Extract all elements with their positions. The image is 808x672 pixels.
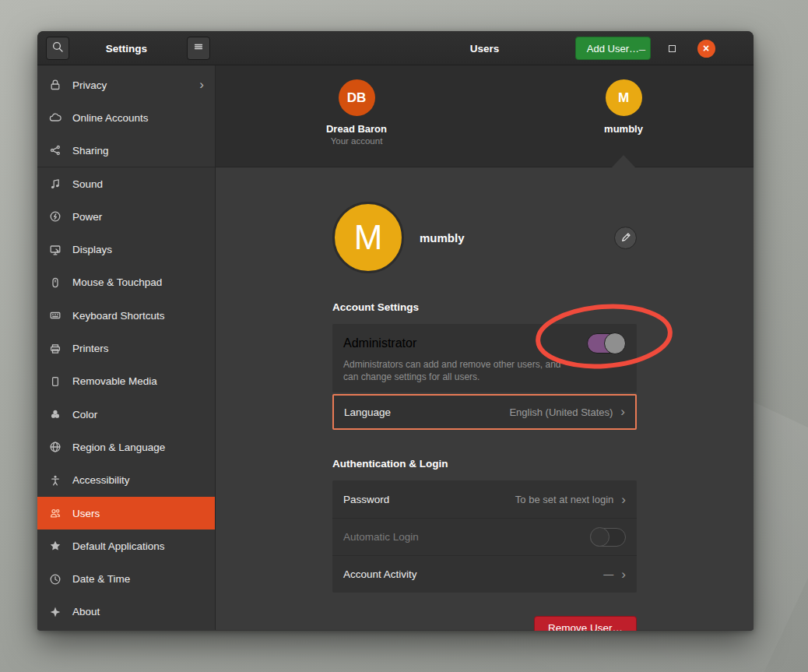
language-row[interactable]: Language English (United States) [332, 394, 637, 430]
removable-media-icon [49, 375, 61, 388]
sidebar-item-color[interactable]: Color [37, 398, 215, 431]
avatar: DB [339, 79, 375, 116]
user-detail-panel: M mumbly Account Settings Administrator [216, 167, 754, 631]
settings-window: Settings Users Add User… – × Privacy › [37, 31, 754, 631]
titlebar: Settings Users Add User… – × [37, 31, 754, 65]
sidebar-item-date-time[interactable]: Date & Time [37, 562, 215, 595]
clock-icon [49, 573, 61, 586]
selected-user-pointer [612, 155, 635, 167]
sidebar-item-default-applications[interactable]: Default Applications [37, 530, 215, 562]
sidebar-item-sharing[interactable]: Sharing [37, 135, 215, 167]
avatar: M [606, 79, 642, 116]
remove-user-button[interactable]: Remove User… [534, 616, 637, 631]
administrator-row[interactable]: Administrator Administrators can add and… [332, 324, 637, 392]
sidebar-item-region-language[interactable]: Region & Language [37, 431, 215, 463]
password-row[interactable]: Password To be set at next login [332, 480, 637, 518]
toggle-knob [604, 332, 626, 354]
automatic-login-label: Automatic Login [343, 531, 419, 543]
users-icon [49, 507, 61, 519]
keyboard-icon [49, 309, 61, 322]
menu-button[interactable] [187, 37, 210, 60]
sidebar-item-displays[interactable]: Displays [37, 233, 215, 266]
power-icon [49, 210, 61, 223]
maximize-button[interactable] [660, 31, 683, 65]
chevron-right-icon: › [199, 77, 204, 93]
hamburger-menu-icon [192, 40, 205, 56]
sidebar-item-privacy[interactable]: Privacy › [37, 69, 215, 101]
avatar: M [332, 202, 404, 273]
automatic-login-row: Automatic Login [332, 518, 637, 555]
account-activity-value: — [603, 568, 613, 580]
authentication-card: Password To be set at next login Automat… [332, 480, 637, 593]
close-icon: × [697, 40, 715, 58]
sidebar-item-power[interactable]: Power [37, 200, 215, 233]
automatic-login-toggle[interactable] [590, 528, 626, 547]
account-activity-row[interactable]: Account Activity — [332, 555, 637, 593]
star-icon [49, 540, 61, 552]
desktop: Settings Users Add User… – × Privacy › [0, 0, 808, 672]
sidebar-item-accessibility[interactable]: Accessibility [37, 464, 215, 497]
music-note-icon [49, 178, 61, 190]
sidebar-item-mouse-touchpad[interactable]: Mouse & Touchpad [37, 266, 215, 299]
chevron-right-icon [621, 493, 626, 506]
administrator-toggle[interactable] [587, 333, 626, 354]
users-panel: DB Dread Baron Your account M mumbly M [216, 65, 754, 630]
section-heading-authentication: Authentication & Login [332, 458, 637, 470]
sidebar-item-printers[interactable]: Printers [37, 332, 215, 364]
administrator-description: Administrators can add and remove other … [343, 359, 585, 383]
language-label: Language [344, 406, 391, 418]
globe-icon [49, 441, 61, 453]
sidebar-item-removable-media[interactable]: Removable Media [37, 365, 215, 398]
account-activity-label: Account Activity [343, 568, 417, 580]
cloud-icon [49, 111, 61, 124]
sparkle-icon [49, 606, 61, 618]
mouse-icon [49, 276, 61, 289]
profile-name: mumbly [420, 231, 465, 245]
user-card-mumbly[interactable]: M mumbly [569, 79, 678, 135]
share-icon [49, 144, 61, 157]
printer-icon [49, 343, 61, 355]
chevron-right-icon [620, 404, 625, 420]
user-carousel: DB Dread Baron Your account M mumbly [216, 65, 754, 167]
administrator-label: Administrator [343, 336, 416, 350]
toggle-knob [590, 527, 610, 547]
accessibility-icon [49, 474, 61, 487]
edit-name-button[interactable] [614, 227, 637, 249]
minimize-icon: – [639, 42, 645, 55]
minimize-button[interactable]: – [631, 31, 654, 65]
language-value: English (United States) [509, 406, 613, 418]
user-card-dread-baron[interactable]: DB Dread Baron Your account [302, 79, 411, 146]
profile-header: M mumbly [332, 202, 637, 273]
password-value: To be set at next login [515, 494, 613, 505]
chevron-right-icon [621, 568, 626, 581]
sidebar-item-about[interactable]: About [37, 596, 215, 628]
section-heading-account-settings: Account Settings [332, 301, 637, 313]
account-settings-card: Administrator Administrators can add and… [332, 324, 637, 392]
lock-icon [49, 79, 61, 91]
sidebar-item-online-accounts[interactable]: Online Accounts [37, 101, 215, 134]
sidebar-item-sound[interactable]: Sound [37, 167, 215, 200]
maximize-icon [669, 45, 676, 52]
display-icon [49, 244, 61, 256]
pencil-icon [620, 232, 631, 243]
password-label: Password [343, 494, 389, 505]
sidebar: Privacy › Online Accounts Sharing Sound [37, 65, 216, 630]
sidebar-item-keyboard-shortcuts[interactable]: Keyboard Shortcuts [37, 299, 215, 332]
close-button[interactable]: × [694, 31, 718, 65]
sidebar-item-users[interactable]: Users [37, 497, 215, 530]
color-icon [49, 408, 61, 420]
